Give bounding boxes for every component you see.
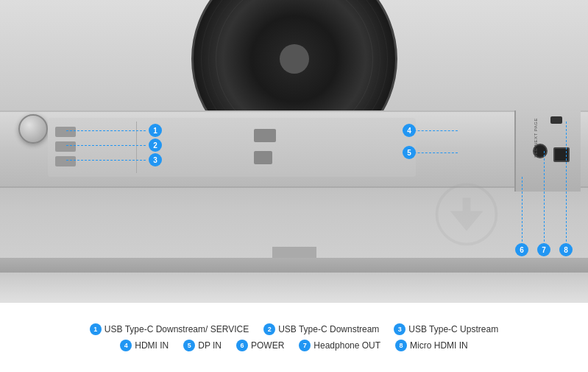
annotation-7-vline	[544, 151, 545, 242]
ann-label-4: HDMI IN	[135, 340, 169, 351]
annotation-item-5: 5 DP IN	[183, 340, 222, 351]
usb-slot-2	[55, 141, 76, 152]
ann-num-2: 2	[263, 323, 275, 335]
ann-num-8: 8	[395, 340, 407, 351]
annotation-4-circle: 4	[403, 124, 416, 137]
annotation-item-6: 6 POWER	[236, 340, 284, 351]
ann-num-5: 5	[183, 340, 195, 351]
annotation-item-1: 1 USB Type-C Downstream/ SERVICE	[90, 323, 249, 335]
ann-label-3: USB Type-C Upstream	[408, 324, 498, 334]
ann-label-8: Micro HDMI IN	[410, 340, 468, 351]
ann-label-1: USB Type-C Downstream/ SERVICE	[105, 324, 249, 334]
download-arrow-icon	[433, 181, 500, 250]
dp-port	[254, 151, 272, 164]
ann-num-7: 7	[299, 340, 311, 351]
annotation-row-2: 4 HDMI IN 5 DP IN 6 POWER 7 Headphone OU…	[120, 340, 468, 351]
annotation-5-circle: 5	[403, 146, 416, 159]
annotation-row-1: 1 USB Type-C Downstream/ SERVICE 2 USB T…	[90, 323, 498, 335]
ann-label-6: POWER	[251, 340, 284, 351]
annotation-item-7: 7 Headphone OUT	[299, 340, 380, 351]
annotation-7-circle: 7	[537, 243, 550, 256]
power-knob	[18, 114, 48, 144]
svg-rect-2	[463, 198, 471, 213]
ann-label-5: DP IN	[198, 340, 222, 351]
annotation-8-circle: 8	[559, 243, 573, 256]
annotation-8-vline	[566, 122, 567, 242]
ann-num-3: 3	[394, 323, 405, 335]
annotation-item-2: 2 USB Type-C Downstream	[263, 323, 379, 335]
ann-num-4: 4	[120, 340, 132, 351]
annotation-1-line	[66, 130, 146, 131]
annotation-1-circle: 1	[149, 124, 162, 137]
annotation-item-4: 4 HDMI IN	[120, 340, 169, 351]
annotation-bar: 1 USB Type-C Downstream/ SERVICE 2 USB T…	[0, 302, 588, 372]
annotation-item-3: 3 USB Type-C Upstream	[394, 323, 498, 335]
annotation-2-circle: 2	[149, 138, 162, 152]
hdmi-port	[254, 129, 276, 142]
product-diagram: SEE NEXT PAGE 1 2 3 4 5 6 7 8	[0, 0, 588, 302]
port-strip	[48, 118, 416, 177]
right-port-area	[514, 110, 581, 192]
annotation-6-vline	[522, 177, 523, 242]
annotation-3-circle: 3	[149, 153, 162, 166]
annotation-3-line	[66, 160, 146, 161]
annotation-6-circle: 6	[515, 243, 528, 256]
right-label-text: SEE NEXT PAGE	[534, 118, 538, 158]
power-port-visual	[553, 147, 570, 162]
micro-hdmi-port-visual	[550, 116, 562, 124]
ann-num-1: 1	[90, 323, 102, 335]
usb-slot-1	[55, 127, 76, 137]
ann-label-7: Headphone OUT	[314, 340, 380, 351]
usb-slot-3	[55, 156, 76, 166]
ann-num-6: 6	[236, 340, 248, 351]
ann-label-2: USB Type-C Downstream	[278, 324, 379, 334]
annotation-2-line	[66, 145, 146, 146]
svg-marker-1	[450, 211, 483, 231]
annotation-item-8: 8 Micro HDMI IN	[395, 340, 468, 351]
